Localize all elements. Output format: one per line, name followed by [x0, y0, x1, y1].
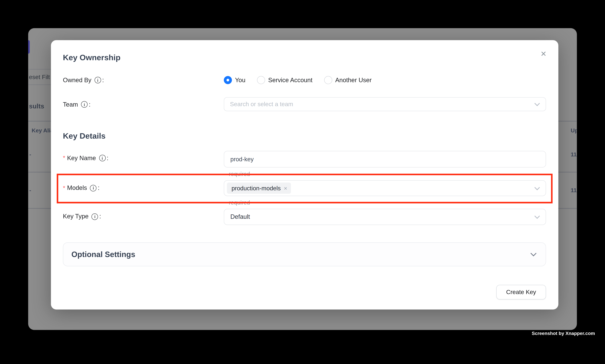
- chevron-down-icon: [534, 185, 540, 190]
- radio-option-service-account[interactable]: Service Account: [257, 76, 312, 84]
- reset-filters-label: eset Filt: [29, 73, 50, 80]
- key-type-label-row: Key Type i :: [63, 212, 101, 221]
- info-icon[interactable]: i: [81, 101, 88, 108]
- column-header-key-alias: Key Alia: [32, 127, 53, 133]
- xnapper-watermark: Screenshot by Xnapper.com: [532, 331, 595, 336]
- section-title-key-ownership: Key Ownership: [63, 53, 120, 62]
- section-title-key-details: Key Details: [63, 131, 106, 140]
- table-row-cell-dash: -: [29, 151, 31, 157]
- radio-option-you[interactable]: You: [224, 76, 245, 84]
- screenshot-canvas: eset Filt sults Key Alia Up - 11/ - 11/ …: [0, 0, 605, 364]
- models-multiselect[interactable]: production-models ×: [224, 180, 546, 196]
- radio-label: You: [235, 77, 245, 83]
- key-name-value: prod-key: [224, 156, 254, 163]
- key-type-label: Key Type: [63, 213, 89, 220]
- label-colon: :: [98, 184, 100, 192]
- optional-settings-panel[interactable]: Optional Settings: [63, 242, 546, 266]
- owned-by-label: Owned By: [63, 77, 91, 83]
- radio-option-another-user[interactable]: Another User: [324, 76, 372, 84]
- key-name-required-error: required: [229, 170, 250, 177]
- models-required-error: required: [229, 199, 250, 206]
- key-type-select[interactable]: Default: [224, 209, 546, 225]
- radio-selected-icon[interactable]: [224, 76, 232, 84]
- team-select-placeholder: Search or select a team: [224, 101, 293, 108]
- team-select[interactable]: Search or select a team: [224, 97, 546, 111]
- models-label-row: * Models i :: [63, 183, 100, 193]
- radio-label: Another User: [335, 77, 372, 83]
- radio-unselected-icon[interactable]: [324, 76, 332, 84]
- label-colon: :: [102, 77, 104, 83]
- selected-model-tag-label: production-models: [232, 185, 281, 192]
- info-icon[interactable]: i: [94, 77, 101, 83]
- owned-by-radio-group: You Service Account Another User: [224, 75, 372, 85]
- optional-settings-title: Optional Settings: [71, 250, 135, 259]
- selected-model-tag: production-models ×: [227, 182, 291, 194]
- models-label: Models: [67, 184, 87, 192]
- required-asterisk: *: [63, 184, 65, 191]
- label-colon: :: [89, 101, 90, 108]
- key-name-label-row: * Key Name i :: [63, 153, 108, 163]
- partial-primary-button[interactable]: [28, 40, 30, 54]
- key-name-input[interactable]: prod-key: [224, 151, 546, 168]
- info-icon[interactable]: i: [99, 155, 106, 161]
- team-label-row: Team i :: [63, 100, 90, 109]
- table-row-cell-date: 11/: [571, 151, 577, 157]
- info-icon[interactable]: i: [92, 213, 98, 220]
- dimmed-app-window: eset Filt sults Key Alia Up - 11/ - 11/ …: [28, 28, 577, 330]
- team-label: Team: [63, 101, 78, 108]
- stage: eset Filt sults Key Alia Up - 11/ - 11/ …: [0, 0, 605, 364]
- chevron-down-icon: [534, 213, 540, 219]
- info-icon[interactable]: i: [90, 185, 97, 191]
- create-key-button[interactable]: Create Key: [496, 285, 546, 299]
- label-colon: :: [99, 213, 101, 220]
- owned-by-label-row: Owned By i :: [63, 75, 104, 85]
- table-row-cell-date: 11/: [571, 187, 577, 194]
- required-asterisk: *: [63, 154, 65, 161]
- radio-unselected-icon[interactable]: [257, 76, 265, 84]
- tag-remove-icon[interactable]: ×: [284, 185, 287, 191]
- create-key-modal: ✕ Key Ownership Owned By i : You Service: [51, 40, 558, 309]
- column-header-updated: Up: [571, 127, 577, 133]
- key-type-value: Default: [224, 213, 250, 220]
- close-icon[interactable]: ✕: [539, 49, 549, 59]
- key-name-label: Key Name: [67, 155, 96, 161]
- radio-label: Service Account: [268, 77, 312, 83]
- chevron-down-icon: [530, 250, 537, 256]
- label-colon: :: [107, 155, 108, 161]
- table-row-cell-dash: -: [29, 187, 31, 194]
- chevron-down-icon: [534, 101, 540, 106]
- results-count-partial: sults: [29, 103, 44, 110]
